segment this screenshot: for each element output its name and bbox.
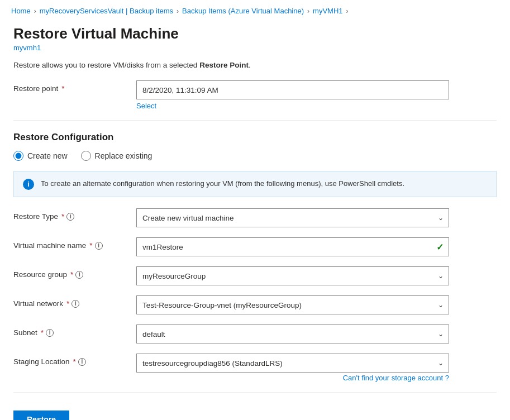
breadcrumb-home[interactable]: Home (11, 7, 31, 15)
breadcrumb-sep-1: › (34, 7, 36, 15)
restore-point-row: Restore point * Select (13, 80, 497, 110)
vm-name-input[interactable] (136, 237, 449, 256)
subnet-control: default ⌄ (136, 324, 449, 343)
radio-create-new-input[interactable] (13, 151, 23, 161)
vm-name-label: Virtual machine name * i (13, 237, 136, 250)
breadcrumb-vault[interactable]: myRecoveryServicesVault | Backup items (40, 7, 173, 15)
restore-point-input[interactable] (136, 80, 449, 99)
restore-button[interactable]: Restore (13, 411, 69, 420)
resource-group-select[interactable]: myResourceGroup (136, 266, 449, 285)
staging-location-control: testresourcegroupdiag856 (StandardLRS) ⌄… (136, 354, 449, 382)
storage-account-link[interactable]: Can't find your storage account ? (343, 374, 449, 382)
staging-location-label: Staging Location * i (13, 354, 136, 366)
radio-replace-existing[interactable]: Replace existing (81, 151, 152, 161)
virtual-network-label: Virtual network * i (13, 295, 136, 308)
vm-name-check-icon: ✓ (436, 242, 444, 252)
virtual-network-select[interactable]: Test-Resource-Group-vnet (myResourceGrou… (136, 295, 449, 314)
restore-point-control: Select (136, 80, 449, 110)
restore-type-info-icon[interactable]: i (66, 213, 74, 221)
restore-type-control: Create new virtual machine ⌄ (136, 208, 449, 227)
restore-mode-radio-group: Create new Replace existing (13, 151, 497, 161)
resource-group-select-wrapper: myResourceGroup ⌄ (136, 266, 449, 285)
restore-point-label: Restore point * (13, 80, 136, 93)
restore-point-select-link[interactable]: Select (136, 102, 449, 110)
staging-location-select-wrapper: testresourcegroupdiag856 (StandardLRS) ⌄ (136, 354, 449, 373)
divider-1 (13, 120, 497, 121)
virtual-network-control: Test-Resource-Group-vnet (myResourceGrou… (136, 295, 449, 314)
subnet-select[interactable]: default (136, 324, 449, 343)
radio-create-new-label: Create new (27, 151, 68, 160)
restore-type-select-wrapper: Create new virtual machine ⌄ (136, 208, 449, 227)
resource-group-row: Resource group * i myResourceGroup ⌄ (13, 266, 497, 285)
staging-location-select[interactable]: testresourcegroupdiag856 (StandardLRS) (136, 354, 449, 373)
restore-configuration-title: Restore Configuration (13, 132, 497, 143)
restore-type-row: Restore Type * i Create new virtual mach… (13, 208, 497, 227)
radio-replace-existing-input[interactable] (81, 151, 91, 161)
resource-group-label: Resource group * i (13, 266, 136, 279)
virtual-network-info-icon[interactable]: i (72, 300, 79, 308)
info-box: i To create an alternate configuration w… (13, 171, 497, 197)
virtual-network-row: Virtual network * i Test-Resource-Group-… (13, 295, 497, 314)
subnet-row: Subnet * i default ⌄ (13, 324, 497, 343)
subnet-label: Subnet * i (13, 324, 136, 337)
vm-name-input-wrapper: ✓ (136, 237, 449, 256)
info-box-icon: i (23, 179, 34, 190)
breadcrumb-sep-2: › (177, 7, 179, 15)
restore-type-label: Restore Type * i (13, 208, 136, 221)
breadcrumb: Home › myRecoveryServicesVault | Backup … (0, 0, 510, 20)
subnet-info-icon[interactable]: i (46, 329, 54, 337)
staging-location-info-icon[interactable]: i (78, 358, 86, 366)
info-box-text: To create an alternate configuration whe… (41, 178, 404, 189)
vm-name-row: Virtual machine name * i ✓ (13, 237, 497, 256)
subnet-select-wrapper: default ⌄ (136, 324, 449, 343)
radio-create-new[interactable]: Create new (13, 151, 68, 161)
divider-2 (13, 392, 497, 393)
resource-group-control: myResourceGroup ⌄ (136, 266, 449, 285)
page-title: Restore Virtual Machine (13, 25, 497, 42)
breadcrumb-backup-items[interactable]: Backup Items (Azure Virtual Machine) (182, 7, 304, 15)
restore-type-select[interactable]: Create new virtual machine (136, 208, 449, 227)
vm-name-control: ✓ (136, 237, 449, 256)
radio-replace-existing-label: Replace existing (95, 151, 152, 160)
storage-link-row: Can't find your storage account ? (136, 374, 449, 382)
page-subtitle: myvmh1 (13, 44, 497, 52)
breadcrumb-sep-3: › (307, 7, 309, 15)
breadcrumb-sep-4: › (346, 7, 349, 15)
vm-name-info-icon[interactable]: i (95, 242, 103, 250)
resource-group-info-icon[interactable]: i (75, 271, 83, 279)
restore-point-required: * (61, 84, 64, 93)
staging-location-row: Staging Location * i testresourcegroupdi… (13, 354, 497, 382)
breadcrumb-vm[interactable]: myVMH1 (313, 7, 342, 15)
virtual-network-select-wrapper: Test-Resource-Group-vnet (myResourceGrou… (136, 295, 449, 314)
page-description: Restore allows you to restore VM/disks f… (13, 61, 497, 69)
